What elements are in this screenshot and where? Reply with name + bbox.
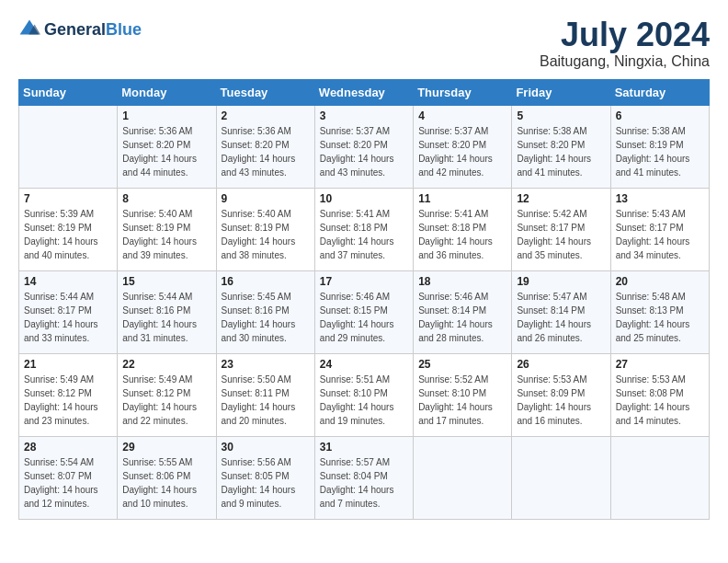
day-number: 16 bbox=[222, 275, 310, 288]
day-number: 7 bbox=[24, 192, 112, 205]
cell-info: Sunrise: 5:53 AMSunset: 8:09 PMDaylight:… bbox=[517, 373, 605, 428]
cell-info: Sunrise: 5:42 AMSunset: 8:17 PMDaylight:… bbox=[517, 207, 605, 262]
calendar-cell: 31Sunrise: 5:57 AMSunset: 8:04 PMDayligh… bbox=[314, 437, 413, 520]
calendar-week-row: 14Sunrise: 5:44 AMSunset: 8:17 PMDayligh… bbox=[19, 271, 710, 354]
day-number: 15 bbox=[122, 275, 210, 288]
calendar-cell: 23Sunrise: 5:50 AMSunset: 8:11 PMDayligh… bbox=[216, 354, 314, 437]
calendar-table: SundayMondayTuesdayWednesdayThursdayFrid… bbox=[18, 79, 710, 520]
weekday-header: Wednesday bbox=[314, 80, 413, 106]
calendar-cell: 27Sunrise: 5:53 AMSunset: 8:08 PMDayligh… bbox=[610, 354, 709, 437]
logo-blue-text: Blue bbox=[106, 20, 142, 39]
calendar-cell: 18Sunrise: 5:46 AMSunset: 8:14 PMDayligh… bbox=[414, 271, 512, 354]
cell-info: Sunrise: 5:40 AMSunset: 8:19 PMDaylight:… bbox=[222, 207, 310, 262]
day-number: 22 bbox=[122, 358, 210, 371]
day-number: 18 bbox=[418, 275, 506, 288]
calendar-cell: 12Sunrise: 5:42 AMSunset: 8:17 PMDayligh… bbox=[512, 189, 610, 271]
day-number: 30 bbox=[222, 441, 310, 454]
day-number: 9 bbox=[222, 192, 310, 205]
calendar-week-row: 1Sunrise: 5:36 AMSunset: 8:20 PMDaylight… bbox=[19, 106, 710, 189]
cell-info: Sunrise: 5:48 AMSunset: 8:13 PMDaylight:… bbox=[616, 290, 704, 345]
day-number: 23 bbox=[222, 358, 310, 371]
day-number: 25 bbox=[418, 358, 506, 371]
day-number: 6 bbox=[616, 109, 704, 122]
cell-info: Sunrise: 5:46 AMSunset: 8:14 PMDaylight:… bbox=[418, 290, 506, 345]
day-number: 20 bbox=[616, 275, 704, 288]
cell-info: Sunrise: 5:44 AMSunset: 8:17 PMDaylight:… bbox=[24, 290, 112, 345]
weekday-header: Sunday bbox=[19, 80, 118, 106]
calendar-cell: 21Sunrise: 5:49 AMSunset: 8:12 PMDayligh… bbox=[19, 354, 118, 437]
day-number: 29 bbox=[122, 441, 210, 454]
calendar-week-row: 21Sunrise: 5:49 AMSunset: 8:12 PMDayligh… bbox=[19, 354, 710, 437]
calendar-cell: 19Sunrise: 5:47 AMSunset: 8:14 PMDayligh… bbox=[512, 271, 610, 354]
cell-info: Sunrise: 5:38 AMSunset: 8:19 PMDaylight:… bbox=[616, 124, 704, 179]
logo-general-text: General bbox=[44, 20, 106, 39]
calendar-body: 1Sunrise: 5:36 AMSunset: 8:20 PMDaylight… bbox=[19, 106, 710, 520]
calendar-cell: 1Sunrise: 5:36 AMSunset: 8:20 PMDaylight… bbox=[118, 106, 216, 189]
calendar-cell: 2Sunrise: 5:36 AMSunset: 8:20 PMDaylight… bbox=[216, 106, 314, 189]
calendar-cell: 9Sunrise: 5:40 AMSunset: 8:19 PMDaylight… bbox=[216, 189, 314, 271]
day-number: 26 bbox=[517, 358, 605, 371]
cell-info: Sunrise: 5:49 AMSunset: 8:12 PMDaylight:… bbox=[24, 373, 112, 428]
cell-info: Sunrise: 5:41 AMSunset: 8:18 PMDaylight:… bbox=[320, 207, 408, 262]
day-number: 4 bbox=[418, 109, 506, 122]
day-number: 8 bbox=[122, 192, 210, 205]
day-number: 17 bbox=[320, 275, 408, 288]
weekday-row: SundayMondayTuesdayWednesdayThursdayFrid… bbox=[19, 80, 710, 106]
cell-info: Sunrise: 5:47 AMSunset: 8:14 PMDaylight:… bbox=[517, 290, 605, 345]
day-number: 5 bbox=[517, 109, 605, 122]
calendar-header: SundayMondayTuesdayWednesdayThursdayFrid… bbox=[19, 80, 710, 106]
calendar-week-row: 7Sunrise: 5:39 AMSunset: 8:19 PMDaylight… bbox=[19, 189, 710, 271]
calendar-cell: 22Sunrise: 5:49 AMSunset: 8:12 PMDayligh… bbox=[118, 354, 216, 437]
calendar-cell bbox=[610, 437, 709, 520]
day-number: 2 bbox=[222, 109, 310, 122]
calendar-cell bbox=[512, 437, 610, 520]
cell-info: Sunrise: 5:52 AMSunset: 8:10 PMDaylight:… bbox=[418, 373, 506, 428]
weekday-header: Tuesday bbox=[216, 80, 314, 106]
calendar-cell: 13Sunrise: 5:43 AMSunset: 8:17 PMDayligh… bbox=[610, 189, 709, 271]
cell-info: Sunrise: 5:45 AMSunset: 8:16 PMDaylight:… bbox=[222, 290, 310, 345]
cell-info: Sunrise: 5:43 AMSunset: 8:17 PMDaylight:… bbox=[616, 207, 704, 262]
day-number: 11 bbox=[418, 192, 506, 205]
cell-info: Sunrise: 5:39 AMSunset: 8:19 PMDaylight:… bbox=[24, 207, 112, 262]
calendar-cell: 17Sunrise: 5:46 AMSunset: 8:15 PMDayligh… bbox=[314, 271, 413, 354]
day-number: 12 bbox=[517, 192, 605, 205]
cell-info: Sunrise: 5:55 AMSunset: 8:06 PMDaylight:… bbox=[122, 455, 210, 511]
calendar-cell: 26Sunrise: 5:53 AMSunset: 8:09 PMDayligh… bbox=[512, 354, 610, 437]
calendar-cell: 25Sunrise: 5:52 AMSunset: 8:10 PMDayligh… bbox=[414, 354, 512, 437]
day-number: 3 bbox=[320, 109, 408, 122]
cell-info: Sunrise: 5:41 AMSunset: 8:18 PMDaylight:… bbox=[418, 207, 506, 262]
day-number: 1 bbox=[122, 109, 210, 122]
calendar-cell: 24Sunrise: 5:51 AMSunset: 8:10 PMDayligh… bbox=[314, 354, 413, 437]
location-subtitle: Baitugang, Ningxia, China bbox=[540, 53, 710, 70]
calendar-cell: 7Sunrise: 5:39 AMSunset: 8:19 PMDaylight… bbox=[19, 189, 118, 271]
day-number: 14 bbox=[24, 275, 112, 288]
cell-info: Sunrise: 5:50 AMSunset: 8:11 PMDaylight:… bbox=[222, 373, 310, 428]
calendar-cell: 11Sunrise: 5:41 AMSunset: 8:18 PMDayligh… bbox=[414, 189, 512, 271]
calendar-cell: 20Sunrise: 5:48 AMSunset: 8:13 PMDayligh… bbox=[610, 271, 709, 354]
calendar-cell: 28Sunrise: 5:54 AMSunset: 8:07 PMDayligh… bbox=[19, 437, 118, 520]
cell-info: Sunrise: 5:51 AMSunset: 8:10 PMDaylight:… bbox=[320, 373, 408, 428]
day-number: 31 bbox=[320, 441, 408, 454]
cell-info: Sunrise: 5:37 AMSunset: 8:20 PMDaylight:… bbox=[320, 124, 408, 179]
cell-info: Sunrise: 5:44 AMSunset: 8:16 PMDaylight:… bbox=[122, 290, 210, 345]
cell-info: Sunrise: 5:57 AMSunset: 8:04 PMDaylight:… bbox=[320, 455, 408, 511]
calendar-cell: 4Sunrise: 5:37 AMSunset: 8:20 PMDaylight… bbox=[414, 106, 512, 189]
cell-info: Sunrise: 5:53 AMSunset: 8:08 PMDaylight:… bbox=[616, 373, 704, 428]
day-number: 13 bbox=[616, 192, 704, 205]
day-number: 28 bbox=[24, 441, 112, 454]
logo-icon bbox=[18, 18, 40, 40]
weekday-header: Friday bbox=[512, 80, 610, 106]
cell-info: Sunrise: 5:54 AMSunset: 8:07 PMDaylight:… bbox=[24, 455, 112, 511]
calendar-cell: 10Sunrise: 5:41 AMSunset: 8:18 PMDayligh… bbox=[314, 189, 413, 271]
weekday-header: Thursday bbox=[414, 80, 512, 106]
cell-info: Sunrise: 5:37 AMSunset: 8:20 PMDaylight:… bbox=[418, 124, 506, 179]
day-number: 10 bbox=[320, 192, 408, 205]
title-block: July 2024 Baitugang, Ningxia, China bbox=[540, 18, 710, 70]
day-number: 27 bbox=[616, 358, 704, 371]
calendar-cell: 3Sunrise: 5:37 AMSunset: 8:20 PMDaylight… bbox=[314, 106, 413, 189]
calendar-cell: 29Sunrise: 5:55 AMSunset: 8:06 PMDayligh… bbox=[118, 437, 216, 520]
calendar-week-row: 28Sunrise: 5:54 AMSunset: 8:07 PMDayligh… bbox=[19, 437, 710, 520]
logo: GeneralBlue bbox=[18, 18, 142, 40]
calendar-cell bbox=[19, 106, 118, 189]
calendar-cell: 16Sunrise: 5:45 AMSunset: 8:16 PMDayligh… bbox=[216, 271, 314, 354]
